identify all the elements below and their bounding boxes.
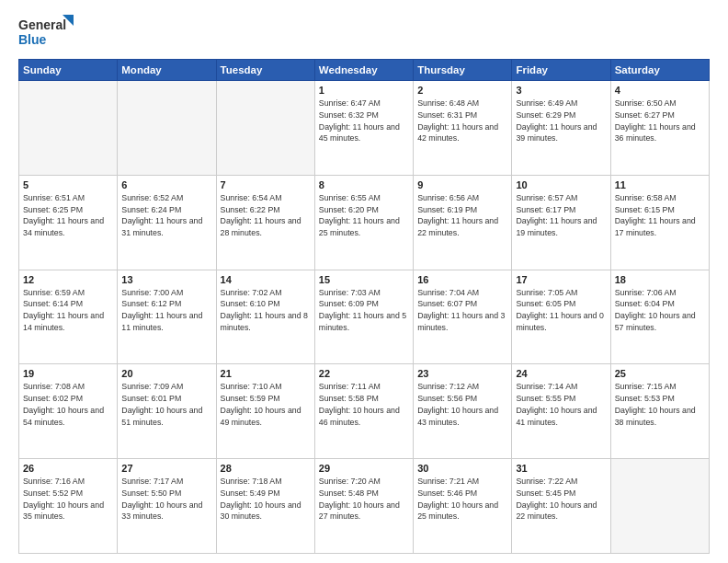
calendar-cell: 31Sunrise: 7:22 AM Sunset: 5:45 PM Dayli… (512, 459, 610, 554)
day-number: 8 (319, 179, 409, 190)
calendar-cell: 12Sunrise: 6:59 AM Sunset: 6:14 PM Dayli… (19, 270, 118, 364)
day-number: 30 (417, 463, 507, 474)
weekday-header-tuesday: Tuesday (216, 60, 314, 81)
header: GeneralBlue (18, 15, 710, 50)
day-info: Sunrise: 6:51 AM Sunset: 6:25 PM Dayligh… (23, 192, 113, 239)
page: GeneralBlue SundayMondayTuesdayWednesday… (0, 0, 728, 563)
day-number: 3 (516, 85, 606, 96)
calendar-cell: 6Sunrise: 6:52 AM Sunset: 6:24 PM Daylig… (118, 175, 216, 270)
day-number: 9 (417, 179, 507, 190)
weekday-header-sunday: Sunday (19, 60, 118, 81)
logo-svg: GeneralBlue (18, 15, 74, 50)
day-info: Sunrise: 7:21 AM Sunset: 5:46 PM Dayligh… (417, 476, 507, 523)
day-number: 26 (23, 463, 113, 474)
logo: GeneralBlue (18, 15, 74, 50)
day-number: 6 (121, 179, 211, 190)
calendar-cell: 4Sunrise: 6:50 AM Sunset: 6:27 PM Daylig… (610, 81, 709, 176)
day-info: Sunrise: 6:52 AM Sunset: 6:24 PM Dayligh… (121, 192, 211, 239)
calendar-cell: 19Sunrise: 7:08 AM Sunset: 6:02 PM Dayli… (19, 364, 118, 459)
calendar-cell: 26Sunrise: 7:16 AM Sunset: 5:52 PM Dayli… (19, 459, 118, 554)
weekday-header-saturday: Saturday (610, 60, 709, 81)
calendar-cell: 29Sunrise: 7:20 AM Sunset: 5:48 PM Dayli… (314, 459, 413, 554)
day-info: Sunrise: 7:22 AM Sunset: 5:45 PM Dayligh… (516, 476, 606, 523)
calendar-cell: 11Sunrise: 6:58 AM Sunset: 6:15 PM Dayli… (610, 175, 709, 270)
day-number: 11 (615, 179, 705, 190)
calendar-cell: 20Sunrise: 7:09 AM Sunset: 6:01 PM Dayli… (118, 364, 216, 459)
calendar-cell: 3Sunrise: 6:49 AM Sunset: 6:29 PM Daylig… (512, 81, 610, 176)
day-info: Sunrise: 6:47 AM Sunset: 6:32 PM Dayligh… (319, 98, 409, 144)
calendar-cell: 16Sunrise: 7:04 AM Sunset: 6:07 PM Dayli… (414, 270, 512, 364)
calendar-cell: 14Sunrise: 7:02 AM Sunset: 6:10 PM Dayli… (216, 270, 314, 364)
calendar-cell: 18Sunrise: 7:06 AM Sunset: 6:04 PM Dayli… (610, 270, 709, 364)
calendar-week-row: 5Sunrise: 6:51 AM Sunset: 6:25 PM Daylig… (19, 175, 710, 270)
day-info: Sunrise: 7:03 AM Sunset: 6:09 PM Dayligh… (319, 287, 409, 334)
weekday-header-row: SundayMondayTuesdayWednesdayThursdayFrid… (19, 60, 710, 81)
calendar-cell: 17Sunrise: 7:05 AM Sunset: 6:05 PM Dayli… (512, 270, 610, 364)
day-info: Sunrise: 6:59 AM Sunset: 6:14 PM Dayligh… (23, 287, 113, 334)
day-number: 22 (319, 368, 409, 379)
day-info: Sunrise: 7:08 AM Sunset: 6:02 PM Dayligh… (23, 381, 113, 428)
day-info: Sunrise: 7:00 AM Sunset: 6:12 PM Dayligh… (121, 287, 211, 334)
day-info: Sunrise: 7:12 AM Sunset: 5:56 PM Dayligh… (417, 381, 507, 428)
day-number: 25 (615, 368, 705, 379)
day-info: Sunrise: 6:54 AM Sunset: 6:22 PM Dayligh… (221, 192, 311, 239)
day-info: Sunrise: 7:04 AM Sunset: 6:07 PM Dayligh… (417, 287, 507, 334)
calendar-cell (610, 459, 709, 554)
day-number: 12 (23, 274, 113, 285)
day-number: 10 (516, 179, 606, 190)
day-info: Sunrise: 7:10 AM Sunset: 5:59 PM Dayligh… (221, 381, 311, 428)
calendar-cell (19, 81, 118, 176)
day-info: Sunrise: 7:17 AM Sunset: 5:50 PM Dayligh… (121, 476, 211, 523)
day-info: Sunrise: 7:15 AM Sunset: 5:53 PM Dayligh… (615, 381, 705, 428)
day-info: Sunrise: 6:49 AM Sunset: 6:29 PM Dayligh… (516, 98, 606, 144)
weekday-header-thursday: Thursday (414, 60, 512, 81)
calendar-cell: 5Sunrise: 6:51 AM Sunset: 6:25 PM Daylig… (19, 175, 118, 270)
calendar-cell (118, 81, 216, 176)
day-number: 1 (319, 85, 409, 96)
day-info: Sunrise: 7:16 AM Sunset: 5:52 PM Dayligh… (23, 476, 113, 523)
calendar-cell: 24Sunrise: 7:14 AM Sunset: 5:55 PM Dayli… (512, 364, 610, 459)
day-number: 21 (221, 368, 311, 379)
calendar-week-row: 1Sunrise: 6:47 AM Sunset: 6:32 PM Daylig… (19, 81, 710, 176)
day-info: Sunrise: 7:05 AM Sunset: 6:05 PM Dayligh… (516, 287, 606, 334)
calendar-week-row: 12Sunrise: 6:59 AM Sunset: 6:14 PM Dayli… (19, 270, 710, 364)
day-info: Sunrise: 6:55 AM Sunset: 6:20 PM Dayligh… (319, 192, 409, 239)
day-number: 20 (121, 368, 211, 379)
calendar-week-row: 19Sunrise: 7:08 AM Sunset: 6:02 PM Dayli… (19, 364, 710, 459)
day-info: Sunrise: 7:18 AM Sunset: 5:49 PM Dayligh… (221, 476, 311, 523)
svg-text:Blue: Blue (18, 32, 47, 47)
calendar-cell: 30Sunrise: 7:21 AM Sunset: 5:46 PM Dayli… (414, 459, 512, 554)
calendar-week-row: 26Sunrise: 7:16 AM Sunset: 5:52 PM Dayli… (19, 459, 710, 554)
calendar-cell: 27Sunrise: 7:17 AM Sunset: 5:50 PM Dayli… (118, 459, 216, 554)
calendar-cell: 15Sunrise: 7:03 AM Sunset: 6:09 PM Dayli… (314, 270, 413, 364)
day-number: 13 (121, 274, 211, 285)
day-number: 16 (417, 274, 507, 285)
day-number: 19 (23, 368, 113, 379)
calendar-cell: 10Sunrise: 6:57 AM Sunset: 6:17 PM Dayli… (512, 175, 610, 270)
day-info: Sunrise: 7:06 AM Sunset: 6:04 PM Dayligh… (615, 287, 705, 334)
day-number: 15 (319, 274, 409, 285)
calendar-cell: 8Sunrise: 6:55 AM Sunset: 6:20 PM Daylig… (314, 175, 413, 270)
calendar-cell: 28Sunrise: 7:18 AM Sunset: 5:49 PM Dayli… (216, 459, 314, 554)
day-number: 29 (319, 463, 409, 474)
calendar-cell: 7Sunrise: 6:54 AM Sunset: 6:22 PM Daylig… (216, 175, 314, 270)
day-number: 27 (121, 463, 211, 474)
calendar-cell: 25Sunrise: 7:15 AM Sunset: 5:53 PM Dayli… (610, 364, 709, 459)
day-info: Sunrise: 7:14 AM Sunset: 5:55 PM Dayligh… (516, 381, 606, 428)
calendar-cell: 13Sunrise: 7:00 AM Sunset: 6:12 PM Dayli… (118, 270, 216, 364)
day-info: Sunrise: 6:50 AM Sunset: 6:27 PM Dayligh… (615, 98, 705, 144)
day-number: 4 (615, 85, 705, 96)
weekday-header-wednesday: Wednesday (314, 60, 413, 81)
day-number: 14 (221, 274, 311, 285)
calendar-table: SundayMondayTuesdayWednesdayThursdayFrid… (18, 59, 710, 554)
day-number: 7 (221, 179, 311, 190)
day-number: 18 (615, 274, 705, 285)
calendar-cell: 1Sunrise: 6:47 AM Sunset: 6:32 PM Daylig… (314, 81, 413, 176)
calendar-cell: 21Sunrise: 7:10 AM Sunset: 5:59 PM Dayli… (216, 364, 314, 459)
calendar-cell: 23Sunrise: 7:12 AM Sunset: 5:56 PM Dayli… (414, 364, 512, 459)
day-info: Sunrise: 6:58 AM Sunset: 6:15 PM Dayligh… (615, 192, 705, 239)
weekday-header-monday: Monday (118, 60, 216, 81)
day-info: Sunrise: 6:57 AM Sunset: 6:17 PM Dayligh… (516, 192, 606, 239)
day-info: Sunrise: 7:02 AM Sunset: 6:10 PM Dayligh… (221, 287, 311, 334)
svg-text:General: General (18, 17, 66, 32)
